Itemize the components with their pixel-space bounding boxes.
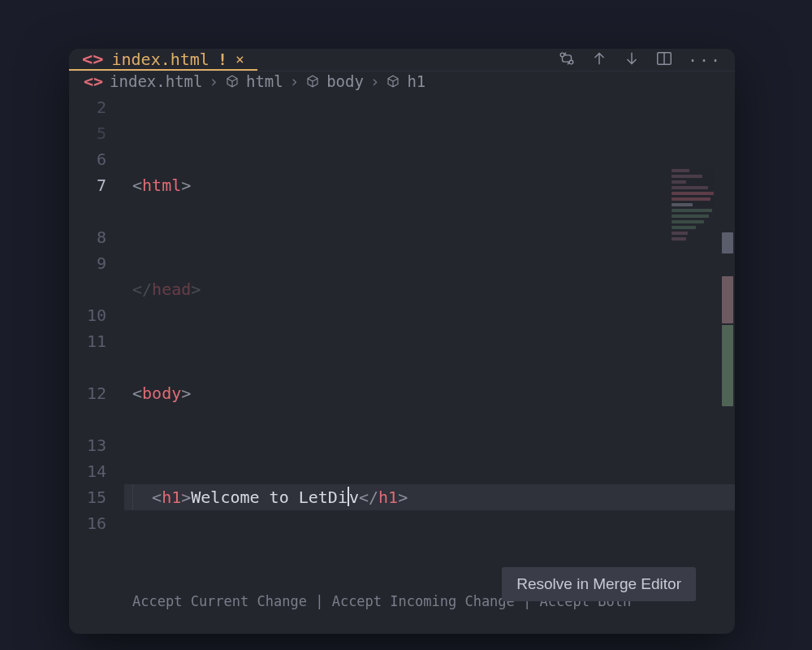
line-number: 14 — [69, 458, 106, 484]
symbol-icon — [386, 74, 400, 89]
breadcrumb-separator: › — [370, 72, 379, 90]
more-actions-icon[interactable]: ··· — [688, 50, 722, 70]
editor-window: <> index.html ! × ··· <> index.html › — [69, 49, 735, 634]
code-content[interactable]: <html> </head> <body> <h1>Welcome to Let… — [124, 91, 735, 634]
breadcrumb[interactable]: <> index.html › html › body › h1 — [69, 71, 735, 91]
line-number: 12 — [69, 380, 106, 406]
tab-bar: <> index.html ! × ··· — [69, 49, 735, 71]
symbol-icon — [225, 74, 240, 89]
editor-area[interactable]: 2 5 6 7 8 9 10 11 12 13 14 15 16 <html> … — [69, 91, 735, 634]
line-number: 9 — [69, 250, 106, 276]
resolve-merge-button[interactable]: Resolve in Merge Editor — [502, 567, 696, 601]
line-number: 11 — [69, 328, 106, 354]
line-number: 10 — [69, 302, 106, 328]
line-number: 2 — [69, 94, 106, 120]
tab-modified-indicator: ! — [218, 50, 227, 69]
html-file-icon: <> — [84, 72, 103, 91]
breadcrumb-h1[interactable]: h1 — [407, 72, 425, 90]
overview-ruler[interactable] — [722, 171, 733, 634]
breadcrumb-separator: › — [290, 72, 299, 90]
html-file-icon: <> — [82, 49, 104, 69]
tab-actions: ··· — [558, 50, 722, 71]
line-number: 5 — [69, 120, 106, 146]
code-line-active[interactable]: <h1>Welcome to LetDiv</h1> — [124, 484, 735, 510]
line-number-blank — [69, 198, 106, 224]
line-number: 15 — [69, 484, 106, 510]
code-line[interactable]: </head> — [124, 276, 735, 302]
line-number-blank — [69, 354, 106, 380]
line-gutter: 2 5 6 7 8 9 10 11 12 13 14 15 16 — [69, 91, 124, 634]
svg-point-0 — [560, 53, 564, 57]
breadcrumb-html[interactable]: html — [246, 72, 283, 90]
compare-changes-icon[interactable] — [558, 50, 576, 71]
symbol-icon — [305, 74, 320, 89]
line-number: 6 — [69, 146, 106, 172]
previous-change-icon[interactable] — [590, 50, 608, 71]
breadcrumb-separator: › — [209, 72, 218, 90]
line-number: 7 — [69, 172, 106, 198]
code-line[interactable]: <html> — [124, 172, 735, 198]
line-number: 13 — [69, 432, 106, 458]
accept-current-link[interactable]: Accept Current Change — [132, 593, 307, 609]
line-number-blank — [69, 276, 106, 302]
svg-point-1 — [569, 60, 573, 64]
breadcrumb-file[interactable]: index.html — [110, 72, 202, 90]
code-line[interactable]: <body> — [124, 380, 735, 406]
line-number: 16 — [69, 510, 106, 536]
line-number: 8 — [69, 224, 106, 250]
split-editor-icon[interactable] — [655, 50, 673, 71]
breadcrumb-body[interactable]: body — [326, 72, 364, 90]
close-icon[interactable]: × — [235, 50, 244, 67]
accept-incoming-link[interactable]: Accept Incoming Change — [332, 593, 515, 609]
tab-filename: index.html — [112, 50, 209, 69]
next-change-icon[interactable] — [623, 50, 641, 71]
line-number-blank — [69, 406, 106, 432]
minimap[interactable] — [672, 169, 720, 275]
tab-index-html[interactable]: <> index.html ! × — [69, 49, 257, 71]
